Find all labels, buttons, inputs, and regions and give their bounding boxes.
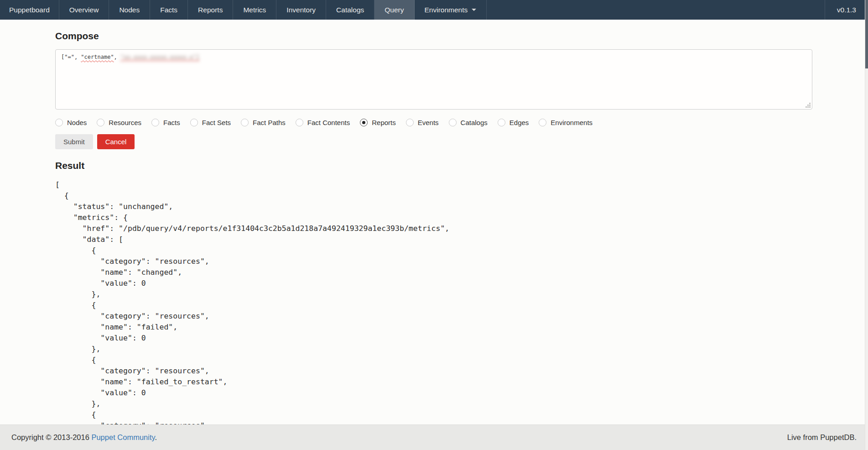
nav-environments-label: Environments [425, 6, 468, 14]
nav-item-nodes[interactable]: Nodes [109, 0, 150, 20]
cancel-button[interactable]: Cancel [97, 134, 135, 149]
scrollbar[interactable] [865, 0, 868, 450]
radio-nodes-label: Nodes [67, 119, 87, 126]
radio-facts[interactable]: Facts [151, 119, 180, 126]
query-separator: , [114, 54, 120, 60]
radio-fact-contents-input[interactable] [296, 119, 303, 126]
radio-edges-label: Edges [509, 119, 529, 126]
nav-spacer [487, 0, 824, 20]
query-textarea[interactable]: ["=", "certname", "xx-xxxx-xxxxx-xxxxx-x… [55, 49, 812, 110]
result-json: [ { "status": "unchanged", "metrics": { … [55, 179, 812, 431]
radio-fact-contents[interactable]: Fact Contents [296, 119, 350, 126]
radio-catalogs-label: Catalogs [461, 119, 488, 126]
radio-facts-input[interactable] [151, 119, 159, 126]
nav-item-reports[interactable]: Reports [188, 0, 233, 20]
puppet-community-link[interactable]: Puppet Community [91, 433, 155, 441]
footer: Copyright © 2013-2016 Puppet Community. … [0, 424, 868, 450]
radio-events[interactable]: Events [406, 119, 439, 126]
radio-resources-input[interactable] [97, 119, 104, 126]
navbar: Puppetboard Overview Nodes Facts Reports… [0, 0, 868, 20]
copyright-suffix: . [155, 433, 157, 441]
radio-reports[interactable]: Reports [360, 119, 396, 126]
submit-button[interactable]: Submit [55, 134, 93, 149]
radio-environments-input[interactable] [539, 119, 546, 126]
radio-edges[interactable]: Edges [498, 119, 529, 126]
redacted-token: "xx-xxxx-xxxxx-xxxxx-x"] [120, 54, 199, 60]
live-status-text: Live from PuppetDB. [787, 433, 857, 442]
chevron-down-icon [472, 9, 476, 11]
radio-edges-input[interactable] [498, 119, 505, 126]
radio-environments[interactable]: Environments [539, 119, 593, 126]
nav-item-catalogs[interactable]: Catalogs [326, 0, 374, 20]
page-title-compose: Compose [55, 31, 812, 42]
nav-item-query[interactable]: Query [374, 0, 414, 20]
radio-catalogs-input[interactable] [449, 119, 457, 126]
main-content: Compose ["=", "certname", "xx-xxxx-xxxxx… [55, 31, 812, 431]
nav-item-metrics[interactable]: Metrics [233, 0, 276, 20]
resize-gripper-icon[interactable] [805, 102, 811, 108]
radio-resources[interactable]: Resources [97, 119, 141, 126]
nav-item-inventory[interactable]: Inventory [276, 0, 326, 20]
radio-fact-sets[interactable]: Fact Sets [190, 119, 231, 126]
radio-catalogs[interactable]: Catalogs [449, 119, 488, 126]
copyright-prefix: Copyright © 2013-2016 [11, 433, 91, 441]
nav-item-overview[interactable]: Overview [59, 0, 109, 20]
nav-item-environments[interactable]: Environments [415, 0, 487, 20]
radio-reports-input[interactable] [360, 119, 368, 126]
page-title-result: Result [55, 160, 812, 171]
radio-fact-contents-label: Fact Contents [307, 119, 350, 126]
endpoint-radio-group: Nodes Resources Facts Fact Sets Fact Pat… [55, 119, 812, 126]
radio-events-input[interactable] [406, 119, 414, 126]
nav-item-facts[interactable]: Facts [150, 0, 188, 20]
nav-version: v0.1.3 [825, 0, 868, 20]
radio-fact-paths-input[interactable] [241, 119, 249, 126]
query-prefix: ["=", [61, 54, 81, 60]
scrollbar-thumb[interactable] [865, 0, 868, 68]
nav-brand[interactable]: Puppetboard [0, 0, 59, 20]
radio-fact-sets-label: Fact Sets [202, 119, 231, 126]
form-actions: Submit Cancel [55, 134, 812, 149]
radio-nodes-input[interactable] [55, 119, 63, 126]
radio-events-label: Events [418, 119, 439, 126]
radio-resources-label: Resources [109, 119, 141, 126]
radio-fact-paths[interactable]: Fact Paths [241, 119, 286, 126]
radio-nodes[interactable]: Nodes [55, 119, 87, 126]
radio-reports-label: Reports [372, 119, 396, 126]
radio-environments-label: Environments [551, 119, 593, 126]
certname-token: "certname" [81, 54, 114, 60]
query-text: ["=", "certname", "xx-xxxx-xxxxx-xxxxx-x… [61, 54, 199, 60]
radio-fact-sets-input[interactable] [190, 119, 198, 126]
copyright-text: Copyright © 2013-2016 Puppet Community. [11, 433, 157, 442]
radio-facts-label: Facts [163, 119, 180, 126]
radio-fact-paths-label: Fact Paths [253, 119, 286, 126]
